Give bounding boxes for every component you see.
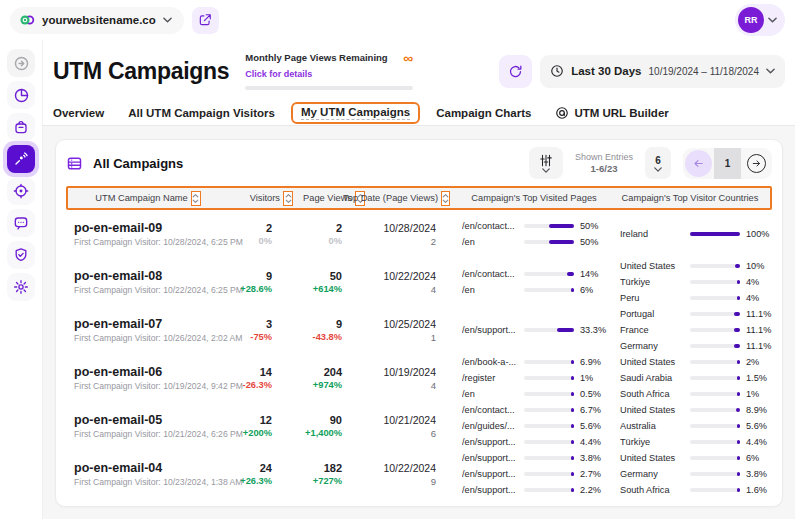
tab-utm-url-builder[interactable]: UTM URL Builder: [555, 106, 668, 120]
chevron-down-icon: [766, 68, 775, 74]
sidebar-item-bag[interactable]: [7, 113, 35, 141]
column-header-top-date-page-views[interactable]: Top Date (Page Views): [370, 191, 458, 206]
column-header-visitors[interactable]: Visitors: [228, 191, 298, 206]
first-visitor-note: First Campaign Visitor: 10/26/2024, 2:02…: [74, 333, 226, 343]
table-row[interactable]: po-en-email-05First Campaign Visitor: 10…: [66, 402, 772, 450]
top-date: 10/28/2024: [368, 222, 436, 234]
site-switcher[interactable]: yourwebsitename.co: [10, 7, 184, 34]
top-date-cell: 10/19/20244: [368, 366, 456, 391]
bar-fill: [567, 272, 574, 276]
top-visited-pages: /en/support...3.8%/en/support...2.7%/en/…: [456, 453, 608, 495]
arrow-right-icon: [751, 158, 762, 169]
chevron-down-icon: [654, 167, 662, 172]
tab-label: My UTM Campaigns: [301, 106, 410, 120]
column-header-utm-campaign-name[interactable]: UTM Campaign Name: [68, 191, 228, 206]
bag-icon: [13, 119, 29, 135]
arrow-left-icon: [692, 157, 705, 170]
bar-track: [690, 232, 740, 236]
bar-track: [690, 264, 740, 268]
bar-track: [690, 296, 740, 300]
prev-page-button[interactable]: [685, 150, 712, 177]
column-header-campaign-s-top-visited-pages: Campaign's Top Visited Pages: [458, 193, 610, 203]
bar-fill: [734, 312, 740, 316]
quota-details-link[interactable]: Click for details: [245, 69, 312, 79]
metric-bar-row: United States8.9%: [620, 405, 768, 415]
tabs: OverviewAll UTM Campaign VisitorsMy UTM …: [43, 100, 795, 126]
refresh-button[interactable]: [499, 55, 532, 88]
sidebar-item-megaphone[interactable]: [3, 141, 39, 177]
open-site-button[interactable]: [192, 7, 219, 34]
sidebar-item-chat[interactable]: [7, 209, 35, 237]
top-date-views: 9: [368, 476, 436, 487]
metric-bar-row: /en/support...2.7%: [462, 469, 608, 479]
page-views-cell: 20%: [296, 222, 368, 246]
bar-track: [690, 344, 740, 348]
column-label: Campaign's Top Visited Pages: [471, 193, 596, 203]
table-row[interactable]: po-en-email-08First Campaign Visitor: 10…: [66, 258, 772, 306]
tab-my-utm-campaigns[interactable]: My UTM Campaigns: [291, 102, 420, 124]
topbar: yourwebsitename.co RR: [0, 0, 795, 40]
bar-track: [690, 408, 740, 412]
filter-button[interactable]: [529, 147, 563, 179]
chat-icon: [13, 215, 29, 231]
table-row[interactable]: po-en-email-04First Campaign Visitor: 10…: [66, 450, 772, 498]
bar-track: [690, 424, 740, 428]
page-size-select[interactable]: 6: [645, 147, 671, 179]
sidebar-item-gear[interactable]: [7, 273, 35, 301]
gear-icon: [13, 279, 29, 295]
page-views-cell: 182+727%: [296, 462, 368, 486]
sidebar-item-shield[interactable]: [7, 241, 35, 269]
top-date-cell: 10/28/20242: [368, 222, 456, 247]
bar-fill: [736, 408, 740, 412]
campaign-cell: po-en-email-07First Campaign Visitor: 10…: [66, 317, 226, 343]
chevron-down-icon: [163, 17, 172, 23]
date-range-picker[interactable]: Last 30 Days 10/19/2024 – 11/18/2024: [540, 55, 785, 88]
top-visitor-countries: United States10%Türkiye4%Peru4%: [608, 261, 768, 303]
bar-track: [524, 224, 574, 228]
top-visited-pages: /en/contact...14%/en6%: [456, 269, 608, 295]
current-page: 1: [714, 148, 741, 179]
metric-bar-row: /en50%: [462, 237, 608, 247]
bar-track: [690, 312, 740, 316]
table-row[interactable]: po-en-email-07First Campaign Visitor: 10…: [66, 306, 772, 354]
all-campaigns-card: All Campaigns Shown Entries 1-6/23 6: [55, 139, 783, 507]
top-date-cell: 10/25/20241: [368, 318, 456, 343]
first-visitor-note: First Campaign Visitor: 10/23/2024, 1:38…: [74, 477, 226, 487]
table-row[interactable]: po-en-email-09First Campaign Visitor: 10…: [66, 210, 772, 258]
sidebar-item-target[interactable]: [7, 177, 35, 205]
campaign-name: po-en-email-09: [74, 221, 226, 235]
tab-campaign-charts[interactable]: Campaign Charts: [436, 107, 531, 119]
metric-bar-row: /en/support...2.2%: [462, 485, 608, 495]
bar-fill: [571, 376, 574, 380]
metric-bar-row: /en/contact...14%: [462, 269, 608, 279]
sidebar-item-collapse-arrow[interactable]: [7, 49, 35, 77]
metric-bar-row: /en/contact...6.7%: [462, 405, 608, 415]
user-menu[interactable]: RR: [735, 4, 785, 36]
sidebar-item-pie-chart[interactable]: [7, 81, 35, 109]
sort-icon[interactable]: [441, 191, 450, 206]
campaign-name: po-en-email-06: [74, 365, 226, 379]
tab-label: All UTM Campaign Visitors: [128, 107, 275, 119]
sliders-icon: [539, 154, 553, 167]
top-date-views: 2: [368, 236, 436, 247]
sort-icon[interactable]: [191, 191, 201, 206]
bar-track: [524, 240, 574, 244]
table-row[interactable]: po-en-email-06First Campaign Visitor: 10…: [66, 354, 772, 402]
sort-icon[interactable]: [283, 191, 293, 206]
bar-track: [524, 472, 574, 476]
tab-all-utm-campaign-visitors[interactable]: All UTM Campaign Visitors: [128, 107, 275, 119]
bar-fill: [737, 360, 740, 364]
chevron-down-icon: [542, 168, 550, 173]
bar-fill: [549, 224, 574, 228]
next-page-button[interactable]: [743, 150, 770, 177]
campaign-name: po-en-email-08: [74, 269, 226, 283]
metric-bar-row: /en/guides/...5.6%: [462, 421, 608, 431]
bar-track: [524, 392, 574, 396]
metric-bar-row: Portugal11.1%: [620, 309, 768, 319]
first-visitor-note: First Campaign Visitor: 10/21/2024, 6:26…: [74, 429, 226, 439]
quota-widget: Monthly Page Views Remaining Click for d…: [245, 52, 413, 90]
tab-overview[interactable]: Overview: [53, 107, 104, 119]
megaphone-icon: [7, 145, 35, 173]
main: UTM Campaigns Monthly Page Views Remaini…: [43, 40, 795, 519]
bar-track: [524, 328, 574, 332]
